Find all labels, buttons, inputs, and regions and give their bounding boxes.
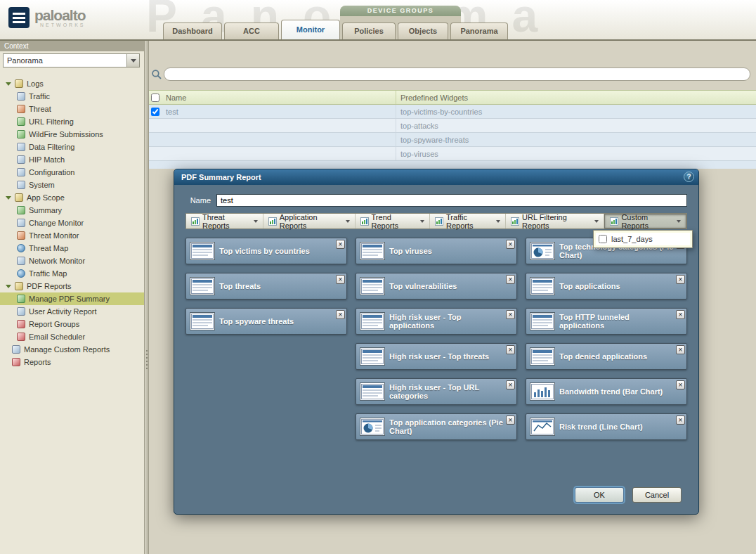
- report-card-top-spyware-threats[interactable]: Top spyware threats×: [185, 308, 347, 335]
- remove-widget-button[interactable]: ×: [506, 345, 515, 354]
- line-thumbnail-icon: [530, 418, 555, 436]
- report-card-high-risk-user-top-url-categories[interactable]: High risk user - Top URL categories×: [356, 378, 517, 405]
- sidebar-item-system[interactable]: System: [0, 179, 144, 191]
- report-card-high-risk-user-top-applications[interactable]: High risk user - Top applications×: [356, 308, 517, 335]
- sidebar-item-summary[interactable]: Summary: [0, 204, 144, 217]
- sidebar-item-report-groups[interactable]: Report Groups: [0, 318, 144, 330]
- toolbar-button-threat-reports[interactable]: Threat Reports: [186, 214, 263, 228]
- report-name-input[interactable]: [216, 194, 687, 207]
- toolbar-button-custom-reports[interactable]: Custom Reports: [604, 214, 686, 228]
- remove-widget-button[interactable]: ×: [676, 275, 685, 284]
- device-groups-label: DEVICE GROUPS: [340, 6, 461, 16]
- report-card-top-victims-by-countries[interactable]: Top victims by countries×: [185, 238, 347, 264]
- sidebar-item-user-activity-report[interactable]: User Activity Report: [0, 305, 144, 318]
- report-card-label: Top threats: [219, 282, 261, 290]
- sidebar-item-label: Manage PDF Summary: [29, 295, 110, 303]
- dropdown-caret-icon: [677, 220, 681, 223]
- remove-widget-button[interactable]: ×: [676, 310, 685, 319]
- select-all-checkbox[interactable]: [151, 94, 159, 102]
- toolbar-button-traffic-reports[interactable]: Traffic Reports: [430, 214, 506, 228]
- toolbar-button-url-filtering-reports[interactable]: URL Filtering Reports: [506, 214, 604, 228]
- tab-monitor[interactable]: Monitor: [281, 20, 340, 39]
- search-input[interactable]: [164, 67, 750, 81]
- context-select[interactable]: Panorama: [3, 53, 140, 67]
- sidebar-item-label: WildFire Submissions: [29, 130, 103, 138]
- sidebar-item-data-filtering[interactable]: Data Filtering: [0, 141, 144, 153]
- report-card-bandwidth-trend-bar-chart[interactable]: Bandwidth trend (Bar Chart)×: [526, 378, 687, 405]
- remove-widget-button[interactable]: ×: [676, 416, 685, 425]
- tree-expand-icon[interactable]: [6, 285, 11, 288]
- tree-expand-icon[interactable]: [6, 196, 11, 200]
- report-name-cell: test: [162, 105, 396, 118]
- remove-widget-button[interactable]: ×: [676, 380, 685, 389]
- sidebar-item-traffic-map[interactable]: Traffic Map: [0, 267, 144, 280]
- report-card-top-threats[interactable]: Top threats×: [185, 273, 347, 299]
- report-card-top-application-categories-pie-chart[interactable]: Top application categories (Pie Chart)×: [356, 413, 517, 440]
- tab-objects[interactable]: Objects: [398, 22, 448, 39]
- menu-item-checkbox[interactable]: [599, 235, 607, 243]
- sidebar-item-pdf-reports[interactable]: PDF Reports: [0, 280, 144, 292]
- sidebar-item-threat[interactable]: Threat: [0, 103, 144, 115]
- table-row[interactable]: top-spyware-threats: [149, 133, 756, 147]
- sidebar-item-manage-pdf-summary[interactable]: Manage PDF Summary: [0, 292, 144, 305]
- sidebar-item-change-monitor[interactable]: Change Monitor: [0, 217, 144, 229]
- tab-acc[interactable]: ACC: [224, 22, 279, 39]
- row-checkbox-cell: [149, 108, 162, 116]
- remove-widget-button[interactable]: ×: [506, 275, 515, 284]
- report-card-high-risk-user-top-threats[interactable]: High risk user - Top threats×: [356, 343, 517, 370]
- tab-policies[interactable]: Policies: [342, 22, 396, 39]
- report-card-label: Bandwidth trend (Bar Chart): [559, 387, 663, 396]
- ok-button[interactable]: OK: [575, 487, 624, 503]
- menu-item-last-7-days[interactable]: last_7_days: [596, 233, 690, 245]
- remove-widget-button[interactable]: ×: [506, 380, 515, 389]
- sidebar-item-traffic[interactable]: Traffic: [0, 90, 144, 103]
- context-selected-value: Panorama: [4, 56, 126, 65]
- table-row[interactable]: top-attacks: [149, 119, 756, 133]
- sidebar-item-hip-match[interactable]: HIP Match: [0, 153, 144, 166]
- toolbar-button-label: Threat Reports: [202, 213, 251, 230]
- dialog-toolbar: Threat ReportsApplication ReportsTrend R…: [185, 213, 687, 229]
- row-checkbox[interactable]: [151, 108, 159, 116]
- context-dropdown-button[interactable]: [126, 54, 139, 67]
- sidebar-item-logs[interactable]: Logs: [0, 77, 144, 90]
- toolbar-button-application-reports[interactable]: Application Reports: [263, 214, 356, 228]
- report-card-top-viruses[interactable]: Top viruses×: [356, 238, 517, 264]
- sidebar-item-app-scope[interactable]: App Scope: [0, 191, 144, 204]
- sidebar-item-configuration[interactable]: Configuration: [0, 166, 144, 179]
- report-card-top-vulnerabilities[interactable]: Top vulnerabilities×: [356, 273, 517, 299]
- report-card-top-http-tunneled-applications[interactable]: Top HTTP tunneled applications×: [526, 308, 687, 335]
- logs-folder-icon: [15, 79, 23, 88]
- sidebar-item-wildfire-submissions[interactable]: WildFire Submissions: [0, 128, 144, 141]
- remove-widget-button[interactable]: ×: [336, 240, 345, 249]
- dialog-titlebar[interactable]: PDF Summary Report ?: [174, 169, 698, 185]
- sidebar-item-manage-custom-reports[interactable]: Manage Custom Reports: [0, 343, 144, 356]
- report-card-risk-trend-line-chart[interactable]: Risk trend (Line Chart)×: [526, 413, 687, 440]
- remove-widget-button[interactable]: ×: [676, 345, 685, 354]
- table-row[interactable]: testtop-victims-by-countries: [149, 105, 756, 119]
- sidebar-item-network-monitor[interactable]: Network Monitor: [0, 255, 144, 267]
- remove-widget-button[interactable]: ×: [336, 275, 345, 284]
- sidebar-item-threat-map[interactable]: Threat Map: [0, 242, 144, 255]
- tab-panorama[interactable]: Panorama: [450, 22, 508, 39]
- sidebar-item-url-filtering[interactable]: URL Filtering: [0, 115, 144, 128]
- report-card-top-applications[interactable]: Top applications×: [526, 273, 687, 299]
- report-card-top-denied-applications[interactable]: Top denied applications×: [526, 343, 687, 370]
- tab-dashboard[interactable]: Dashboard: [163, 22, 222, 39]
- sidebar-item-reports[interactable]: Reports: [0, 356, 144, 368]
- table-header-row: Name Predefined Widgets: [149, 90, 756, 105]
- remove-widget-button[interactable]: ×: [336, 310, 345, 319]
- manage-pdf-summary-icon: [17, 295, 25, 303]
- cancel-button[interactable]: Cancel: [632, 487, 682, 503]
- pane-splitter[interactable]: [144, 41, 149, 554]
- toolbar-button-trend-reports[interactable]: Trend Reports: [356, 214, 430, 228]
- splitter-grip-icon[interactable]: [146, 350, 148, 371]
- report-table-body: testtop-victims-by-countriestop-attackst…: [149, 105, 756, 161]
- tree-expand-icon[interactable]: [6, 82, 11, 86]
- sidebar-item-email-scheduler[interactable]: Email Scheduler: [0, 330, 144, 343]
- help-icon[interactable]: ?: [684, 172, 694, 182]
- remove-widget-button[interactable]: ×: [506, 416, 515, 425]
- table-row[interactable]: top-viruses: [149, 147, 756, 161]
- remove-widget-button[interactable]: ×: [506, 240, 515, 249]
- sidebar-item-threat-monitor[interactable]: Threat Monitor: [0, 229, 144, 242]
- remove-widget-button[interactable]: ×: [506, 310, 515, 319]
